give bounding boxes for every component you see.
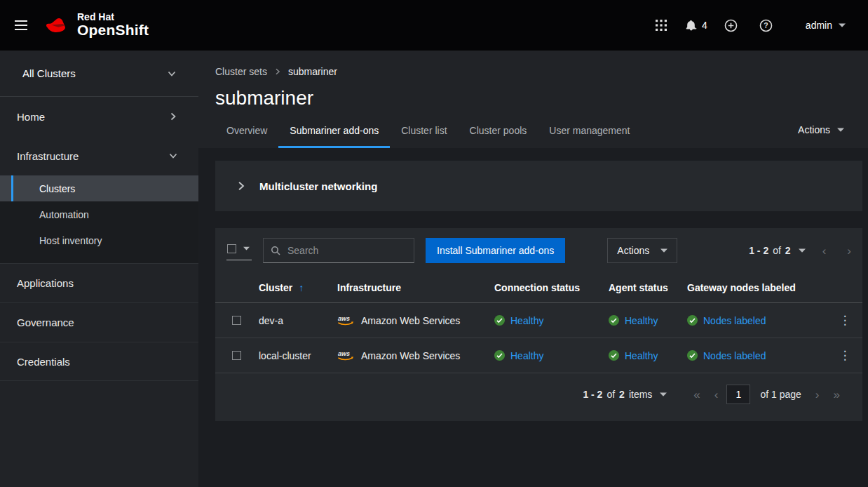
infrastructure-label: Amazon Web Services: [361, 315, 460, 326]
install-submariner-addons-button[interactable]: Install Submariner add-ons: [426, 238, 565, 263]
tab-user-management[interactable]: User management: [538, 115, 641, 148]
next-page-button[interactable]: ›: [815, 389, 820, 401]
sidebar-automation-label: Automation: [39, 209, 89, 220]
row-kebab-menu[interactable]: ⋮: [835, 314, 855, 326]
cluster-column-label: Cluster: [259, 282, 292, 293]
user-menu-dropdown[interactable]: admin: [801, 19, 850, 32]
pagination-items-label: items: [629, 389, 652, 400]
page-header: Cluster sets submariner submariner Overv…: [198, 51, 868, 148]
caret-down-icon: [839, 23, 846, 27]
aws-icon: aws: [337, 349, 355, 361]
openshift-logo: Red Hat OpenShift: [45, 12, 149, 39]
column-header-agent-status: Agent status: [609, 273, 687, 302]
row-kebab-menu[interactable]: ⋮: [835, 349, 855, 361]
content-area: Multicluster networking Install Submarin…: [198, 148, 868, 438]
brand-text: Red Hat OpenShift: [77, 12, 149, 39]
pagination-items-menu[interactable]: 1 - 2 of 2 items: [583, 389, 667, 400]
current-page-input[interactable]: [726, 385, 750, 404]
help-button[interactable]: ?: [752, 11, 780, 39]
brand-openshift-label: OpenShift: [77, 22, 149, 39]
connection-status-link[interactable]: Healthy: [510, 315, 543, 326]
pagination-range: 1 - 2: [749, 245, 768, 256]
row-checkbox[interactable]: [232, 316, 241, 325]
svg-text:aws: aws: [338, 350, 350, 357]
import-cluster-button[interactable]: [717, 11, 745, 39]
chevron-down-icon: [168, 69, 176, 78]
breadcrumb-link-cluster-sets[interactable]: Cluster sets: [215, 65, 267, 79]
last-page-button[interactable]: »: [834, 389, 840, 401]
main-content: Cluster sets submariner submariner Overv…: [198, 51, 868, 487]
search-input[interactable]: [286, 244, 407, 257]
page-title: submariner: [215, 87, 851, 109]
page-actions-dropdown[interactable]: Actions: [798, 124, 851, 148]
cluster-name: dev-a: [259, 315, 337, 326]
row-checkbox[interactable]: [232, 351, 241, 360]
sidebar-item-applications[interactable]: Applications: [0, 263, 198, 302]
sidebar-home-label: Home: [17, 111, 45, 123]
sidebar-item-host-inventory[interactable]: Host inventory: [0, 227, 198, 253]
gateway-nodes-link[interactable]: Nodes labeled: [703, 350, 766, 361]
pagination-options-menu[interactable]: 1 - 2 of 2: [749, 245, 806, 256]
infrastructure-cell: aws Amazon Web Services: [337, 314, 494, 326]
svg-text:?: ?: [764, 21, 768, 29]
expandable-card-title: Multicluster networking: [259, 180, 377, 192]
select-all-checkbox[interactable]: [227, 244, 236, 253]
header-actions-spacer: [827, 279, 862, 297]
sidebar-governance-label: Governance: [17, 316, 74, 328]
sidebar-item-home[interactable]: Home: [0, 97, 198, 136]
app-launcher-button[interactable]: [647, 11, 675, 39]
check-circle-icon: [687, 315, 698, 326]
first-page-button[interactable]: «: [693, 389, 700, 401]
next-page-button[interactable]: ›: [847, 245, 851, 257]
column-header-gateway-nodes-labeled: Gateway nodes labeled: [687, 273, 827, 302]
infrastructure-label: Amazon Web Services: [361, 350, 460, 361]
caret-down-icon: [799, 248, 806, 253]
tab-submariner-add-ons[interactable]: Submariner add-ons: [278, 115, 390, 148]
sidebar-item-automation[interactable]: Automation: [0, 201, 198, 227]
cluster-name: local-cluster: [259, 350, 337, 361]
sidebar-item-governance[interactable]: Governance: [0, 302, 198, 342]
sidebar-item-clusters[interactable]: Clusters: [0, 175, 198, 201]
prev-page-button[interactable]: ‹: [714, 389, 719, 401]
brand-redhat-label: Red Hat: [77, 12, 149, 22]
agent-status-link[interactable]: Healthy: [625, 315, 658, 326]
page-of-label: of 1 page: [760, 389, 801, 400]
pagination-total: 2: [619, 389, 625, 400]
cluster-selector-label: All Clusters: [22, 67, 76, 79]
column-header-cluster[interactable]: Cluster ↑: [259, 282, 332, 293]
sidebar-item-credentials[interactable]: Credentials: [0, 342, 198, 381]
infrastructure-cell: aws Amazon Web Services: [337, 349, 494, 361]
check-circle-icon: [494, 315, 505, 326]
prev-page-button[interactable]: ‹: [822, 245, 827, 257]
expand-toggle-button[interactable]: [236, 181, 246, 191]
multicluster-networking-card: Multicluster networking: [215, 161, 862, 211]
agent-status-link[interactable]: Healthy: [625, 350, 658, 361]
aws-icon: aws: [337, 314, 355, 326]
tab-overview[interactable]: Overview: [215, 115, 278, 148]
top-pagination-nav: ‹ ›: [822, 245, 851, 257]
connection-status-link[interactable]: Healthy: [510, 350, 543, 361]
gateway-nodes-link[interactable]: Nodes labeled: [703, 315, 766, 326]
pagination-of-label: of: [606, 389, 615, 400]
toolbar-actions-dropdown[interactable]: Actions: [607, 238, 677, 263]
sidebar-clusters-label: Clusters: [39, 183, 75, 194]
table-toolbar: Install Submariner add-ons Actions 1 - 2…: [215, 228, 862, 273]
sidebar-credentials-label: Credentials: [17, 356, 70, 368]
svg-text:aws: aws: [338, 315, 350, 322]
sidebar-item-infrastructure[interactable]: Infrastructure: [0, 136, 198, 175]
tab-cluster-list[interactable]: Cluster list: [390, 115, 458, 148]
page-actions-label: Actions: [798, 124, 830, 135]
tab-cluster-pools[interactable]: Cluster pools: [459, 115, 538, 148]
global-nav-toggle-button[interactable]: [7, 11, 35, 39]
check-circle-icon: [609, 315, 619, 326]
cluster-selector-dropdown[interactable]: All Clusters: [0, 51, 198, 97]
table-row: local-cluster aws Amazon Web Services He…: [215, 338, 862, 373]
bottom-pagination: 1 - 2 of 2 items « ‹ of 1 page › »: [215, 373, 862, 421]
bulk-select-dropdown[interactable]: [226, 241, 252, 260]
caret-down-icon: [660, 392, 667, 396]
pagination-nav-left: « ‹: [693, 389, 718, 401]
plus-circle-icon: [724, 19, 738, 32]
notifications-button[interactable]: 4: [682, 11, 710, 39]
check-circle-icon: [687, 350, 698, 361]
tabs-row: Overview Submariner add-ons Cluster list…: [215, 115, 851, 148]
